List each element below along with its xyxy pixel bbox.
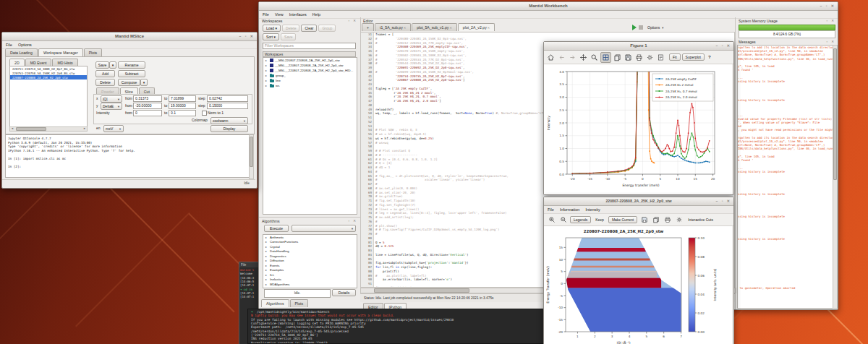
help-button[interactable]: ?	[706, 53, 713, 61]
menu-item[interactable]: Interfaces	[289, 12, 307, 17]
expand-arrow-icon[interactable]: ▸	[265, 268, 268, 272]
console-scrollbar[interactable]	[249, 134, 254, 179]
scrollbar-thumb[interactable]	[250, 137, 253, 167]
workbench-titlebar[interactable]: Mantid Workbench – ▫ ✕	[259, 2, 838, 11]
workbench-window-controls[interactable]: – ▫ ✕	[820, 2, 835, 10]
mslice-workspace-list[interactable]: 220711-220714_5A_100K_H2_0p7_BG_stw22075…	[9, 66, 88, 128]
expand-arrow-icon[interactable]: ▸	[265, 240, 268, 244]
x-from-input[interactable]	[133, 95, 162, 102]
delete-workspaces-button[interactable]: Delete	[282, 25, 299, 32]
slice-window-controls[interactable]: – ▫ ✕	[715, 197, 731, 205]
filter-workspaces-input[interactable]	[263, 43, 356, 49]
workspace-tree-item[interactable]: ▸__MSL__220807-220808_2A_25K_H2_2p0_stw	[263, 63, 357, 68]
menu-item[interactable]: Intensity	[585, 207, 600, 212]
forward-icon[interactable]	[568, 53, 577, 62]
settings-gear-icon[interactable]	[645, 53, 655, 62]
menu-item[interactable]: Options	[18, 43, 32, 47]
expand-arrow-icon[interactable]: ▸	[265, 74, 268, 77]
mslice-list-hscrollbar[interactable]: ◄ ►	[9, 126, 88, 132]
y-to-input[interactable]	[169, 103, 196, 109]
keep-button[interactable]: Keep	[593, 216, 606, 223]
mantid-mslice-window[interactable]: Mantid MSlice – ▫ ✕ FileOptions Data Loa…	[1, 32, 258, 189]
print-icon[interactable]	[663, 215, 672, 225]
rename-workspace-button[interactable]: Rename	[118, 61, 145, 69]
energy-unit-combo[interactable]: meV▼	[103, 125, 124, 132]
dock-undock-close-icons[interactable]: ▫ ✕	[348, 19, 357, 22]
superplot-button[interactable]: Superplot	[682, 53, 705, 61]
dock-tab[interactable]: Plots	[290, 299, 309, 307]
close-tab-icon[interactable]: ✕	[487, 26, 490, 30]
menu-item[interactable]: File	[6, 43, 12, 47]
home-icon[interactable]	[546, 53, 556, 62]
algorithms-tree[interactable]: ▸Arithmetic▸CorrectionFunctions▸Crystal▸…	[263, 234, 357, 288]
expand-arrow-icon[interactable]: ▸	[265, 264, 268, 267]
grid-icon[interactable]	[600, 52, 611, 63]
save-dropdown-arrow[interactable]: ▾	[109, 61, 116, 69]
menu-item[interactable]: View	[275, 12, 284, 17]
delete-workspace-button[interactable]: Delete	[95, 79, 115, 86]
expand-arrow-icon[interactable]: ▸	[265, 69, 268, 72]
copy-icon[interactable]	[613, 53, 622, 62]
sort-workspaces-button[interactable]: Sort ▾	[263, 33, 279, 40]
mslice-main-tab[interactable]: Workspace Manager	[38, 48, 83, 56]
expand-arrow-icon[interactable]: ▸	[265, 273, 268, 277]
editor-tab[interactable]: plot_5A_sub_v1.py ✕	[412, 23, 457, 31]
interactive-cuts-button[interactable]: Interactive Cuts	[686, 216, 715, 223]
x-to-input[interactable]	[169, 95, 196, 102]
expand-arrow-icon[interactable]: ▸	[265, 283, 268, 286]
abort-script-button[interactable]	[639, 25, 643, 30]
editor-tab[interactable]: plot_2A_v2.py ✕	[458, 23, 495, 31]
colormap-combo[interactable]: coolwarm▼	[210, 117, 248, 124]
expand-arrow-icon[interactable]: ▸	[265, 254, 268, 258]
compose-dropdown-arrow[interactable]: ▾	[140, 79, 148, 86]
settings-gear-icon[interactable]	[674, 215, 684, 225]
expand-arrow-icon[interactable]: ▸	[265, 64, 268, 67]
copy-icon[interactable]	[651, 215, 660, 225]
workspace-tree-item[interactable]: ▸line	[263, 78, 357, 83]
zoom-out-icon[interactable]	[558, 215, 568, 225]
slice-colorfill-plot[interactable]: 220807-220808_2A_25K_H2_2p0_stw1234567-2…	[544, 226, 732, 344]
new-tab-button[interactable]: +	[362, 23, 374, 31]
close-tab-icon[interactable]: ✕	[403, 26, 406, 30]
menu-item[interactable]: Help	[312, 12, 320, 17]
mslice-jupyter-console[interactable]: Jupyter QtConsole 4.7.7Python 3.6.9 (def…	[5, 134, 253, 178]
subtract-workspace-button[interactable]: Subtract	[118, 70, 145, 77]
mslice-titlebar[interactable]: Mantid MSlice – ▫ ✕	[2, 33, 257, 41]
workspace-tree-item[interactable]: ▸__MSL__220807-220808_2A_25K_H2_2p0_stw_…	[263, 68, 357, 73]
messages-scrollbar[interactable]	[833, 45, 838, 309]
expand-arrow-icon[interactable]: ▸	[265, 236, 268, 239]
figure1-titlebar[interactable]: Figure 1 – ▫ ✕	[544, 42, 733, 51]
workspace-tree-item[interactable]: ▸__MSL220807-220808_2A_25K_H2_2p0_stw	[263, 58, 357, 63]
mslice-main-tab[interactable]: Plots	[84, 48, 103, 56]
expand-arrow-icon[interactable]: ▸	[265, 259, 268, 262]
algorithm-search-combo[interactable]: ▼	[292, 225, 356, 232]
editor-options-button[interactable]: Options▼	[645, 24, 666, 31]
group-workspaces-button[interactable]: Group	[318, 25, 336, 32]
load-workspaces-button[interactable]: Load ▾	[263, 25, 281, 32]
clear-workspaces-button[interactable]: Clear	[301, 25, 317, 32]
display-button[interactable]: Display	[210, 125, 248, 132]
expand-arrow-icon[interactable]: ▸	[265, 84, 268, 87]
save-icon[interactable]	[624, 53, 633, 62]
scroll-right-arrow-icon[interactable]: ►	[83, 126, 86, 130]
expand-arrow-icon[interactable]: ▸	[265, 245, 268, 249]
scrollbar-thumb[interactable]	[16, 127, 46, 131]
slice-plot-window[interactable]: 220807-220808_2A_25K_H2_2p0_stw – ▫ ✕ Fi…	[543, 197, 734, 344]
dock-undock-close-icons[interactable]: ▫ ✕	[826, 19, 835, 22]
workspace-list-item[interactable]: 220807-220808_2A_25K_H2_2p0_stw	[10, 75, 87, 79]
slice-window-titlebar[interactable]: 220807-220808_2A_25K_H2_2p0_stw – ▫ ✕	[544, 197, 733, 206]
scrollbar-thumb[interactable]	[374, 288, 469, 293]
expand-arrow-icon[interactable]: ▸	[265, 59, 268, 62]
slice-window-menubar[interactable]: FileInformationIntensity	[544, 206, 733, 214]
y-from-input[interactable]	[133, 103, 162, 109]
x-step-input[interactable]	[207, 95, 248, 102]
pan-icon[interactable]	[579, 53, 588, 62]
mslice-main-tab[interactable]: Data Loading	[5, 48, 38, 56]
menu-item[interactable]: Information	[560, 207, 580, 212]
intensity-from-input[interactable]	[133, 110, 162, 116]
y-step-input[interactable]	[207, 103, 248, 109]
expand-arrow-icon[interactable]: ▸	[265, 79, 268, 82]
x-axis-unit-combo[interactable]: |Q|▼	[101, 95, 122, 103]
run-script-button[interactable]	[632, 25, 637, 30]
menu-item[interactable]: File	[548, 207, 554, 212]
